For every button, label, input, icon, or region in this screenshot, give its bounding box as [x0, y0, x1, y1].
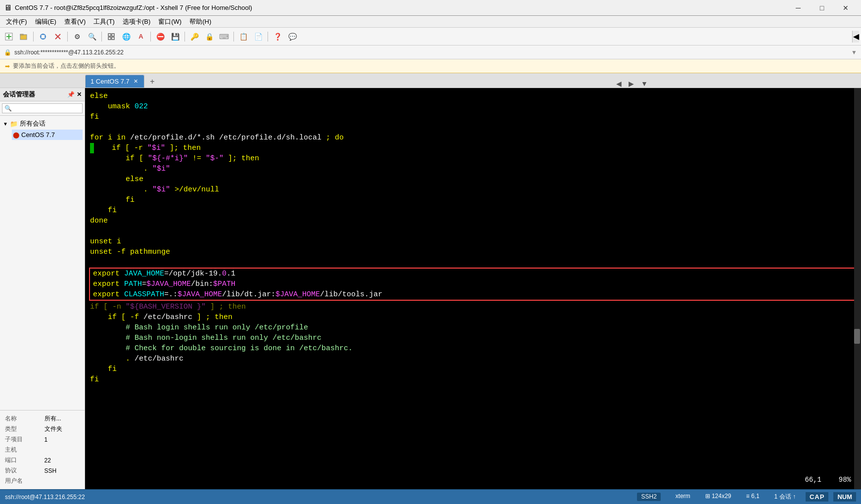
tree-root-label: 所有会话: [20, 119, 45, 128]
copy-button[interactable]: 📋: [236, 30, 250, 44]
term-line: [90, 226, 856, 236]
terminal-scrollbar[interactable]: [854, 88, 861, 489]
minimize-button[interactable]: ─: [787, 0, 810, 16]
menu-window[interactable]: 窗口(W): [154, 16, 185, 27]
zoom-button[interactable]: [104, 30, 118, 44]
sidebar-close-icon[interactable]: ✕: [77, 91, 82, 98]
prop-row-host: 主机: [3, 445, 82, 455]
tree-root-item[interactable]: ▼ 📁 所有会话: [2, 118, 83, 130]
tabbar: 1 CentOS 7.7 ✕ + ◀ ▶ ▼: [0, 73, 861, 88]
sidebar-tree: ▼ 📁 所有会话 ⬤ CentOS 7.7: [0, 116, 85, 410]
term-line-comment: # Bash login shells run only /etc/profil…: [90, 322, 856, 333]
scrollbar-thumb[interactable]: [854, 329, 860, 344]
sidebar-header-icons: 📌 ✕: [67, 91, 82, 98]
chat-button[interactable]: 💬: [285, 30, 299, 44]
term-line-java-home: export JAVA_HOME=/opt/jdk-19.0.1: [93, 269, 852, 279]
sidebar-search-area: [0, 101, 85, 116]
tab-nav-right[interactable]: ▶: [626, 80, 637, 88]
num-badge: NUM: [833, 492, 856, 502]
connect-button[interactable]: [36, 30, 50, 44]
size-value: 124x29: [712, 493, 731, 500]
protocol-badge: SSH2: [637, 493, 660, 501]
tree-item-label: CentOS 7.7: [21, 131, 55, 138]
tab-nav: ◀ ▶ ▼: [613, 80, 651, 88]
addressbar: 🔒 ssh://root:************@47.113.216.255…: [0, 46, 861, 59]
close-button[interactable]: ✕: [834, 0, 857, 16]
new-session-button[interactable]: [2, 30, 16, 44]
keyboard-button[interactable]: ⌨: [217, 30, 231, 44]
menu-tools[interactable]: 工具(T): [90, 16, 119, 27]
menu-help[interactable]: 帮助(H): [185, 16, 215, 27]
app-icon: 🖥: [4, 3, 12, 12]
address-text: ssh://root:************@47.113.216.255:2…: [14, 49, 124, 56]
arrow-icon: ➡: [5, 63, 10, 70]
tree-children: ⬤ CentOS 7.7: [2, 130, 83, 140]
tree-item-centos[interactable]: ⬤ CentOS 7.7: [12, 130, 83, 140]
encoding-text: xterm: [676, 493, 690, 501]
menu-file[interactable]: 文件(F): [2, 16, 31, 27]
tab-centos[interactable]: 1 CentOS 7.7 ✕: [85, 75, 144, 88]
prop-row-name: 名称 所有...: [3, 413, 82, 424]
addressbar-dropdown[interactable]: ▼: [851, 49, 857, 56]
open-button[interactable]: [17, 30, 31, 44]
sidebar-title: 会话管理器: [3, 90, 35, 99]
window-controls: ─ □ ✕: [787, 0, 857, 16]
term-line: else: [90, 91, 856, 101]
save-button[interactable]: 💾: [168, 30, 182, 44]
term-line: if [ -r "$i" ]; then: [90, 143, 856, 153]
term-line: if [ "${-#*i}" != "$-" ]; then: [90, 153, 856, 164]
sidebar-search-input[interactable]: [2, 103, 83, 113]
prop-row-type: 类型 文件夹: [3, 424, 82, 434]
tab-close-button[interactable]: ✕: [134, 78, 138, 85]
pin-icon[interactable]: 📌: [67, 91, 75, 98]
tab-add-button[interactable]: +: [146, 76, 158, 88]
term-line: if [ -n "${BASH_VERSION }" ] ; then: [90, 302, 856, 312]
folder-icon: 📁: [10, 120, 18, 128]
tab-nav-menu[interactable]: ▼: [638, 80, 651, 88]
lock-icon: 🔒: [4, 49, 11, 56]
menu-tabs[interactable]: 选项卡(B): [119, 16, 154, 27]
prop-val-count: 1: [43, 434, 82, 445]
font-button[interactable]: A: [134, 30, 148, 44]
term-line: fi: [90, 364, 856, 374]
maximize-button[interactable]: □: [811, 0, 833, 16]
size-text: ⊞ 124x29: [705, 493, 731, 501]
menu-edit[interactable]: 编辑(E): [31, 16, 60, 27]
prop-row-user: 用户名: [3, 476, 82, 486]
term-line: . "$i" >/dev/null: [90, 184, 856, 195]
prop-val-port: 22: [43, 455, 82, 465]
status-connection-text: ssh://root@47.113.216.255:22: [5, 494, 85, 501]
key-button[interactable]: 🔑: [187, 30, 201, 44]
term-line-classpath: export CLASSPATH=.:$JAVA_HOME/lib/dt.jar…: [93, 289, 852, 300]
prop-val-user: [43, 476, 82, 486]
separator3: [101, 32, 102, 42]
titlebar: 🖥 CentOS 7.7 - root@iZf8z5pcq1lf8zoizwzg…: [0, 0, 861, 16]
svg-rect-14: [108, 37, 111, 40]
term-line-path: export PATH=$JAVA_HOME/bin:$PATH: [93, 279, 852, 289]
svg-rect-15: [112, 37, 114, 40]
term-line: unset -f pathmunge: [90, 247, 856, 257]
term-line: [90, 257, 856, 268]
scroll-dir-icon: ↑: [793, 493, 796, 500]
toolbar-collapse[interactable]: ◀: [852, 31, 859, 43]
svg-rect-13: [112, 34, 114, 36]
prop-key-protocol: 协议: [3, 465, 43, 476]
stop-button[interactable]: ⛔: [153, 30, 167, 44]
disconnect-button[interactable]: [51, 30, 65, 44]
term-line-comment: # Bash non-login shells run only /etc/ba…: [90, 333, 856, 343]
help-button[interactable]: ❓: [271, 30, 284, 44]
lock-button[interactable]: 🔒: [202, 30, 216, 44]
settings-button[interactable]: ⚙: [70, 30, 84, 44]
term-line: [90, 122, 856, 133]
svg-rect-4: [20, 34, 23, 35]
terminal[interactable]: else umask 022 fi for i in /etc/profile.…: [85, 88, 861, 489]
prop-key-user: 用户名: [3, 476, 43, 486]
size-icon: ⊞: [705, 493, 710, 500]
tab-nav-left[interactable]: ◀: [613, 80, 625, 88]
globe-button[interactable]: 🌐: [119, 30, 133, 44]
paste-button[interactable]: 📄: [251, 30, 265, 44]
position-text: ≡ 6,1: [746, 493, 760, 501]
menu-view[interactable]: 查看(V): [60, 16, 90, 27]
prop-row-protocol: 协议 SSH: [3, 465, 82, 476]
search-button[interactable]: 🔍: [85, 30, 99, 44]
